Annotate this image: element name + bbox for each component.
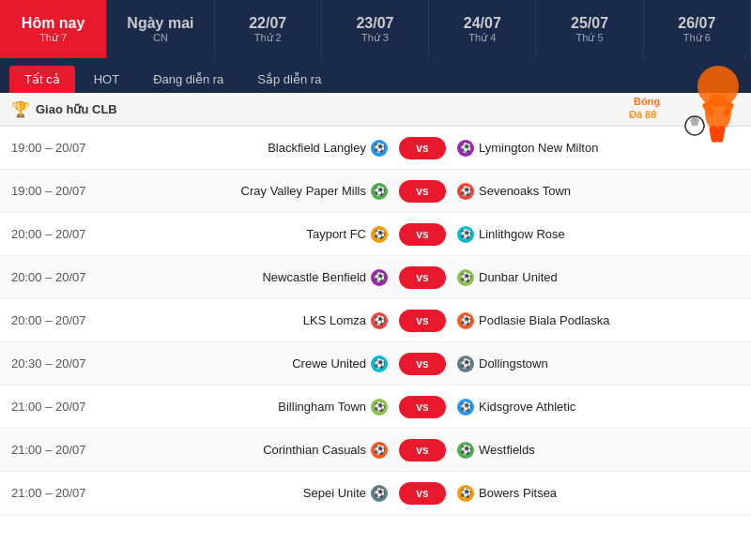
date-tab-label: 24/07 bbox=[464, 15, 501, 32]
home-team-logo: ⚽ bbox=[371, 269, 388, 286]
filter-tab-upcoming[interactable]: Sắp diễn ra bbox=[242, 66, 336, 93]
match-time: 21:00 – 20/07 bbox=[11, 400, 105, 414]
away-team-name: Lymington New Milton bbox=[479, 141, 598, 155]
date-tab-tomorrow[interactable]: Ngày mai CN bbox=[107, 0, 214, 58]
match-row: 20:30 – 20/07 Crewe United ⚽ vs ⚽ Dollin… bbox=[0, 342, 751, 386]
home-team-name: Tayport FC bbox=[306, 227, 366, 241]
date-tab-2207[interactable]: 22/07 Thứ 2 bbox=[215, 0, 322, 58]
match-time: 20:00 – 20/07 bbox=[11, 313, 105, 327]
match-time: 19:00 – 20/07 bbox=[11, 184, 105, 198]
home-team-name: Sepei Unite bbox=[303, 486, 366, 500]
team-home[interactable]: Tayport FC ⚽ bbox=[105, 226, 388, 243]
date-tab-subLabel: Thứ 4 bbox=[468, 32, 496, 44]
vs-button[interactable]: vs bbox=[399, 482, 446, 505]
team-home[interactable]: Billingham Town ⚽ bbox=[105, 399, 388, 416]
team-home[interactable]: Sepei Unite ⚽ bbox=[105, 485, 388, 502]
home-team-logo: ⚽ bbox=[371, 399, 388, 416]
date-tab-label: 25/07 bbox=[571, 15, 608, 32]
vs-button[interactable]: vs bbox=[399, 223, 446, 246]
date-tabs-bar: Hôm nay Thứ 7 Ngày mai CN 22/07 Thứ 2 23… bbox=[0, 0, 751, 58]
vs-button[interactable]: vs bbox=[399, 353, 446, 375]
home-team-name: Corinthian Casuals bbox=[263, 443, 366, 457]
home-team-name: Blackfield Langley bbox=[268, 141, 366, 155]
away-team-logo: ⚽ bbox=[457, 356, 474, 372]
team-away[interactable]: ⚽ Kidsgrove Athletic bbox=[457, 399, 740, 416]
team-away[interactable]: ⚽ Lymington New Milton bbox=[457, 140, 740, 157]
team-home[interactable]: Cray Valley Paper Mills ⚽ bbox=[105, 183, 388, 200]
date-tab-2407[interactable]: 24/07 Thứ 4 bbox=[429, 0, 536, 58]
date-tab-subLabel: Thứ 5 bbox=[576, 32, 604, 44]
match-time: 20:30 – 20/07 bbox=[11, 356, 105, 371]
date-tab-2307[interactable]: 23/07 Thứ 3 bbox=[322, 0, 429, 58]
away-team-name: Sevenoaks Town bbox=[479, 184, 571, 198]
match-row: 21:00 – 20/07 Billingham Town ⚽ vs ⚽ Kid… bbox=[0, 386, 751, 429]
away-team-logo: ⚽ bbox=[457, 140, 474, 157]
away-team-logo: ⚽ bbox=[457, 312, 474, 329]
team-away[interactable]: ⚽ Dollingstown bbox=[457, 356, 740, 372]
away-team-name: Linlithgow Rose bbox=[479, 227, 565, 241]
away-team-name: Podlasie Biala Podlaska bbox=[479, 313, 609, 327]
team-home[interactable]: LKS Lomza ⚽ bbox=[105, 312, 388, 329]
match-row: 21:00 – 20/07 Corinthian Casuals ⚽ vs ⚽ … bbox=[0, 429, 751, 472]
home-team-logo: ⚽ bbox=[371, 312, 388, 329]
match-row: 19:00 – 20/07 Blackfield Langley ⚽ vs ⚽ … bbox=[0, 127, 751, 170]
date-tab-subLabel: Thứ 7 bbox=[39, 32, 67, 44]
match-row: 21:00 – 20/07 Sepei Unite ⚽ vs ⚽ Bowers … bbox=[0, 472, 751, 515]
vs-button[interactable]: vs bbox=[399, 310, 446, 332]
date-tab-subLabel: Thứ 3 bbox=[361, 32, 389, 44]
away-team-name: Westfields bbox=[479, 443, 535, 457]
away-team-logo: ⚽ bbox=[457, 485, 474, 502]
home-team-name: LKS Lomza bbox=[303, 313, 366, 327]
home-team-logo: ⚽ bbox=[371, 442, 388, 459]
home-team-name: Billingham Town bbox=[278, 400, 366, 414]
team-away[interactable]: ⚽ Linlithgow Rose bbox=[457, 226, 740, 243]
team-away[interactable]: ⚽ Dunbar United bbox=[457, 269, 740, 286]
away-team-logo: ⚽ bbox=[457, 183, 474, 200]
date-tab-today[interactable]: Hôm nay Thứ 7 bbox=[0, 0, 107, 58]
match-row: 20:00 – 20/07 Newcastle Benfield ⚽ vs ⚽ … bbox=[0, 256, 751, 299]
section-label: Giao hữu CLB bbox=[36, 102, 117, 116]
away-team-name: Dollingstown bbox=[479, 356, 548, 371]
away-team-name: Dunbar United bbox=[479, 270, 558, 284]
vs-button[interactable]: vs bbox=[399, 266, 446, 289]
date-tab-2607[interactable]: 26/07 Thứ 6 bbox=[644, 0, 751, 58]
match-row: 19:00 – 20/07 Cray Valley Paper Mills ⚽ … bbox=[0, 170, 751, 213]
filter-tab-live[interactable]: Đang diễn ra bbox=[138, 66, 238, 93]
match-time: 19:00 – 20/07 bbox=[11, 141, 105, 155]
vs-button[interactable]: vs bbox=[399, 180, 446, 203]
away-team-name: Bowers Pitsea bbox=[479, 486, 557, 500]
vs-button[interactable]: vs bbox=[399, 396, 446, 418]
away-team-logo: ⚽ bbox=[457, 226, 474, 243]
team-home[interactable]: Newcastle Benfield ⚽ bbox=[105, 269, 388, 286]
away-team-name: Kidsgrove Athletic bbox=[479, 400, 575, 414]
matches-list: 19:00 – 20/07 Blackfield Langley ⚽ vs ⚽ … bbox=[0, 127, 751, 515]
filter-tab-hot[interactable]: HOT bbox=[79, 66, 134, 93]
date-tab-2507[interactable]: 25/07 Thứ 5 bbox=[536, 0, 643, 58]
team-away[interactable]: ⚽ Podlasie Biala Podlaska bbox=[457, 312, 740, 329]
content-area: 🏆 Giao hữu CLB 19:00 – 20/07 Blackfield … bbox=[0, 93, 751, 515]
date-tab-label: 22/07 bbox=[249, 15, 286, 32]
match-time: 20:00 – 20/07 bbox=[11, 227, 105, 241]
team-home[interactable]: Blackfield Langley ⚽ bbox=[105, 140, 388, 157]
away-team-logo: ⚽ bbox=[457, 399, 474, 416]
section-flag: 🏆 bbox=[11, 100, 30, 118]
team-home[interactable]: Corinthian Casuals ⚽ bbox=[105, 442, 388, 459]
vs-button[interactable]: vs bbox=[399, 439, 446, 462]
filter-tab-all[interactable]: Tất cả bbox=[9, 66, 75, 93]
vs-button[interactable]: vs bbox=[399, 137, 446, 159]
team-home[interactable]: Crewe United ⚽ bbox=[105, 356, 388, 372]
team-away[interactable]: ⚽ Westfields bbox=[457, 442, 740, 459]
match-row: 20:00 – 20/07 LKS Lomza ⚽ vs ⚽ Podlasie … bbox=[0, 299, 751, 342]
team-away[interactable]: ⚽ Sevenoaks Town bbox=[457, 183, 740, 200]
date-tab-label: 26/07 bbox=[678, 15, 715, 32]
filter-bar: Tất cảHOTĐang diễn raSắp diễn ra bbox=[0, 58, 751, 93]
match-time: 20:00 – 20/07 bbox=[11, 270, 105, 284]
top-area: Hôm nay Thứ 7 Ngày mai CN 22/07 Thứ 2 23… bbox=[0, 0, 751, 93]
home-team-logo: ⚽ bbox=[371, 183, 388, 200]
away-team-logo: ⚽ bbox=[457, 269, 474, 286]
date-tab-label: 23/07 bbox=[356, 15, 393, 32]
home-team-name: Crewe United bbox=[292, 356, 366, 371]
team-away[interactable]: ⚽ Bowers Pitsea bbox=[457, 485, 740, 502]
date-tab-label: Hôm nay bbox=[22, 15, 85, 32]
date-tab-subLabel: CN bbox=[153, 32, 168, 43]
